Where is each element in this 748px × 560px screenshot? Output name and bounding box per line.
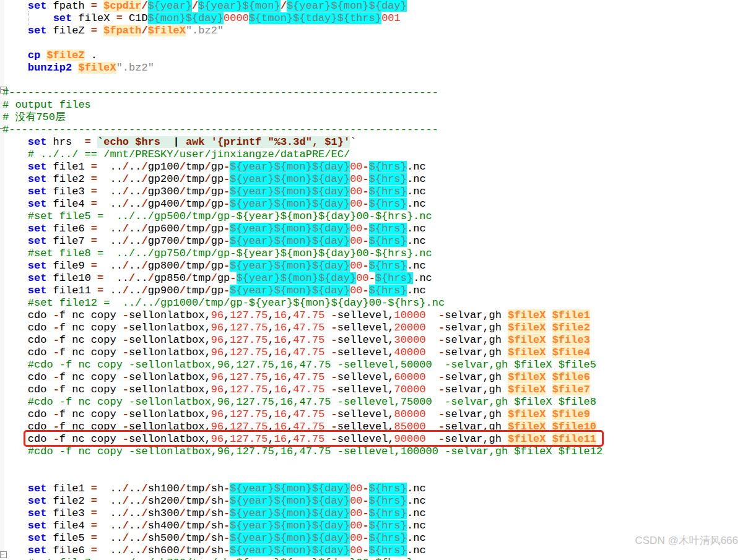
- code-line[interactable]: set file4 = ../../gp400/tmp/gp-${year}${…: [2, 198, 602, 210]
- code-token: sellevel,: [337, 408, 394, 420]
- code-token: tmp: [186, 173, 205, 185]
- code-token: ..: [129, 507, 141, 519]
- code-token: -: [438, 347, 445, 358]
- code-line[interactable]: #set file7 = ../../sh700/tmp/sh-${year}$…: [2, 557, 602, 560]
- code-token: set: [28, 198, 47, 210]
- code-line[interactable]: set file1 = ../../sh100/tmp/sh-${year}${…: [2, 483, 602, 495]
- code-token: -: [123, 408, 129, 420]
- code-line[interactable]: set file7 = ../../gp700/tmp/gp-${year}${…: [2, 235, 602, 248]
- code-token: ..: [97, 520, 123, 532]
- code-token: [2, 50, 28, 61]
- code-token: ,: [268, 421, 274, 433]
- code-token: ${hrs}: [369, 520, 407, 532]
- code-line[interactable]: set fileX = C1D${mon}${day}0000${tmon}${…: [2, 12, 602, 25]
- code-token: -: [53, 347, 59, 358]
- code-line[interactable]: cp $fileZ .: [2, 50, 602, 62]
- code-token: =: [85, 136, 91, 148]
- code-line[interactable]: cdo -f nc copy -sellonlatbox,96,127.75,1…: [2, 322, 602, 334]
- code-line[interactable]: set fpath = $cpdir/${year}/${year}${mon}…: [2, 0, 602, 12]
- code-token: /: [205, 161, 211, 173]
- code-token: ,: [268, 334, 274, 346]
- code-token: [2, 62, 28, 74]
- code-line[interactable]: cdo -f nc copy -sellonlatbox,96,127.75,1…: [2, 421, 602, 433]
- code-area[interactable]: set fpath = $cpdir/${year}/${year}${mon}…: [2, 0, 602, 560]
- code-token: /: [148, 272, 154, 284]
- code-token: f nc copy: [59, 309, 123, 321]
- code-token: sellevel,: [337, 421, 394, 433]
- code-token: $file2: [552, 322, 590, 334]
- code-token: gp300: [148, 186, 180, 197]
- code-line[interactable]: cdo -f nc copy -sellonlatbox,96,127.75,1…: [2, 334, 602, 347]
- code-line[interactable]: set file3 = ../../gp300/tmp/gp-${year}${…: [2, 186, 602, 198]
- code-line[interactable]: set file2 = ../../sh200/tmp/sh-${year}${…: [2, 495, 602, 507]
- code-line[interactable]: set hrs = `echo $hrs | awk '{printf "%3.…: [2, 136, 602, 149]
- code-line-annotated[interactable]: cdo -f nc copy -sellonlatbox,96,127.75,1…: [2, 433, 602, 446]
- code-token: $file10: [552, 421, 596, 433]
- code-token: [2, 235, 28, 247]
- code-line[interactable]: #set file5 = ../../gp500/tmp/gp-${year}$…: [2, 210, 602, 223]
- code-token: -: [224, 198, 230, 210]
- code-token: gp700: [148, 235, 180, 247]
- code-token: set: [28, 223, 47, 235]
- code-token: cdo: [2, 433, 53, 445]
- code-token: -: [438, 309, 445, 321]
- code-token: gp: [211, 285, 224, 296]
- code-token: 00: [356, 272, 368, 284]
- code-line[interactable]: [2, 74, 602, 87]
- code-line[interactable]: #cdo -f nc copy -sellonlatbox,96,127.75,…: [2, 446, 602, 458]
- code-line[interactable]: set file1 = ../../gp100/tmp/gp-${year}${…: [2, 161, 602, 173]
- code-line[interactable]: cdo -f nc copy -sellonlatbox,96,127.75,1…: [2, 371, 602, 384]
- code-token: sellonlatbox,: [129, 347, 211, 358]
- code-line[interactable]: cdo -f nc copy -sellonlatbox,96,127.75,1…: [2, 347, 602, 359]
- code-line[interactable]: # output files: [2, 99, 602, 111]
- code-line[interactable]: set file11 = ../../gp900/tmp/gp-${year}$…: [2, 285, 602, 297]
- code-line[interactable]: cdo -f nc copy -sellonlatbox,96,127.75,1…: [2, 309, 602, 322]
- code-token: [546, 347, 552, 358]
- code-token: ..: [129, 235, 141, 247]
- code-line[interactable]: bunzip2 $fileX".bz2": [2, 62, 602, 74]
- code-line[interactable]: set file2 = ../../gp200/tmp/gp-${year}${…: [2, 173, 602, 186]
- code-token: 40000: [394, 347, 426, 358]
- code-line[interactable]: [2, 470, 602, 483]
- code-token: file6: [46, 223, 90, 235]
- code-token: =: [91, 545, 97, 556]
- code-line[interactable]: cdo -f nc copy -sellonlatbox,96,127.75,1…: [2, 384, 602, 396]
- code-line[interactable]: #cdo -f nc copy -sellonlatbox,96,127.75,…: [2, 359, 602, 371]
- code-line[interactable]: set file9 = ../../gp800/tmp/gp-${year}${…: [2, 260, 602, 272]
- code-token: -: [363, 520, 369, 532]
- code-line[interactable]: #---------------------------------------…: [2, 87, 602, 99]
- code-line[interactable]: set file6 = ../../sh600/tmp/sh-${year}${…: [2, 545, 602, 557]
- code-token: [91, 136, 97, 148]
- code-line[interactable]: #set file8 = ../../gp750/tmp/gp-${year}$…: [2, 248, 602, 260]
- code-token: sh: [211, 520, 224, 532]
- code-token: /: [180, 223, 186, 235]
- code-line[interactable]: set file3 = ../../sh300/tmp/sh-${year}${…: [2, 507, 602, 520]
- code-line[interactable]: [2, 458, 602, 470]
- code-token: 127.75: [230, 421, 267, 433]
- code-token: [2, 136, 28, 148]
- code-token: [324, 433, 331, 445]
- code-line[interactable]: #cdo -f nc copy -sellonlatbox,96,127.75,…: [2, 396, 602, 408]
- code-token: set: [28, 483, 47, 494]
- code-token: -: [438, 334, 445, 346]
- code-token: 96: [211, 384, 224, 395]
- code-token: file3: [46, 186, 90, 197]
- code-line[interactable]: set file10 = ../../gp850/tmp/gp-${year}$…: [2, 272, 602, 285]
- code-line[interactable]: [2, 37, 602, 50]
- code-line[interactable]: set fileZ = $fpath/$fileX".bz2": [2, 25, 602, 37]
- code-token: ..: [97, 260, 123, 272]
- code-line[interactable]: set file6 = ../../gp600/tmp/gp-${year}${…: [2, 223, 602, 235]
- code-token: .nc: [413, 272, 432, 284]
- code-token: file2: [46, 495, 90, 507]
- code-token: ${hrs}: [369, 198, 407, 210]
- code-line[interactable]: # ../../ == /mnt/PRESKY/user/jinxiangze/…: [2, 149, 602, 161]
- code-token: ,: [268, 384, 274, 395]
- code-line[interactable]: cdo -f nc copy -sellonlatbox,96,127.75,1…: [2, 408, 602, 421]
- code-line[interactable]: set file5 = ../../sh500/tmp/sh-${year}${…: [2, 532, 602, 545]
- code-line[interactable]: # 没有750层: [2, 111, 602, 124]
- code-line[interactable]: set file4 = ../../sh400/tmp/sh-${year}${…: [2, 520, 602, 532]
- code-line[interactable]: #set file12 = ../../gp1000/tmp/gp-${year…: [2, 297, 602, 309]
- code-line[interactable]: #---------------------------------------…: [2, 124, 602, 136]
- code-token: sh300: [148, 507, 180, 519]
- code-token: ${year}${mon}: [198, 0, 280, 12]
